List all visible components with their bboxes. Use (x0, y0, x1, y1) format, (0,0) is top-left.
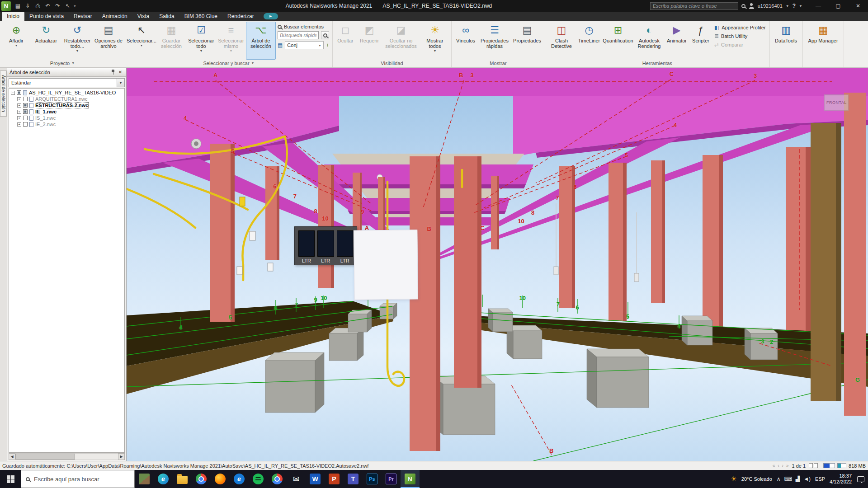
tree-item[interactable]: +IE_2.nwc (9, 121, 124, 127)
vinculos-button[interactable]: ∞ Vínculos (453, 22, 478, 60)
tab-animacion[interactable]: Animación (97, 12, 132, 21)
language-indicator[interactable]: ESP (815, 476, 825, 482)
taskbar-teams[interactable]: T (344, 470, 363, 488)
clash-detective-button[interactable]: ◫ Clash Detective (547, 22, 576, 60)
notification-center-icon[interactable] (857, 476, 864, 482)
add-set-icon[interactable]: + (326, 42, 329, 48)
electrical-panel[interactable]: LTRLTRLTR (294, 226, 357, 265)
taskbar-powerpoint[interactable]: P (325, 470, 344, 488)
previous-sheet-icon[interactable]: ‹ (777, 463, 780, 468)
taskbar-mail[interactable]: ✉ (287, 470, 306, 488)
username[interactable]: u19216401 (758, 3, 783, 9)
viewport-3d[interactable]: AB3C345678109ABC1087654B456791010765432G… (127, 68, 868, 461)
first-sheet-icon[interactable]: « (772, 463, 776, 468)
combo-chevron-icon[interactable]: ▼ (117, 79, 124, 87)
tab-bim-360-glue[interactable]: BIM 360 Glue (179, 12, 222, 21)
taskbar-search[interactable]: Escribe aquí para buscar (21, 470, 135, 488)
help-menu-chevron-icon[interactable]: ▼ (799, 4, 802, 8)
taskbar-premiere[interactable]: Pr (382, 470, 401, 488)
scroll-left-icon[interactable]: ◀ (9, 453, 15, 460)
scrollbar-thumb[interactable] (15, 454, 75, 460)
tab-salida[interactable]: Salida (154, 12, 179, 21)
expand-icon[interactable]: + (17, 103, 21, 108)
taskbar-word[interactable]: W (306, 470, 325, 488)
expand-icon[interactable]: + (17, 97, 21, 101)
taskbar-chrome[interactable] (192, 470, 211, 488)
anadir-button[interactable]: ⊕ Añadir ▼ (1, 22, 31, 60)
timeliner-button[interactable]: ◷ TimeLiner (576, 22, 602, 60)
scroll-right-icon[interactable]: ▶ (118, 453, 125, 460)
scripter-button[interactable]: ƒ Scripter (689, 22, 712, 60)
last-sheet-icon[interactable]: » (785, 463, 790, 468)
datatools-button[interactable]: ▥ DataTools (771, 22, 801, 60)
seleccionar-mismo-button[interactable]: ≡ Seleccionar mismo ▼ (216, 22, 246, 60)
close-panel-button[interactable]: ✕ (117, 70, 124, 75)
scrollbar-track[interactable] (15, 453, 118, 460)
expand-icon[interactable]: + (17, 122, 21, 127)
taskbar-file-explorer[interactable] (173, 470, 192, 488)
quick-search-button[interactable] (321, 31, 329, 39)
comparar-button[interactable]: ⇄ Comparar (714, 42, 766, 48)
qat-overflow-chevron-icon[interactable]: ▼ (73, 5, 76, 8)
buscar-elementos-button[interactable]: Buscar elementos (278, 24, 329, 29)
tab-revisar[interactable]: Revisar (69, 12, 97, 21)
next-sheet-icon[interactable]: › (781, 463, 784, 468)
batch-utility-button[interactable]: ≣ Batch Utility (714, 33, 766, 39)
search-icon[interactable] (741, 4, 745, 8)
taskbar-spotify[interactable] (249, 470, 268, 488)
collapse-icon[interactable]: − (11, 91, 15, 95)
root-checkbox[interactable] (17, 90, 21, 95)
taskbar-chrome-profile[interactable] (268, 470, 287, 488)
qat-redo-button[interactable]: ↷ (53, 1, 62, 10)
qat-select-button[interactable]: ↖ (63, 1, 72, 10)
connect-button[interactable]: ▶ (264, 13, 278, 19)
opciones-archivo-button[interactable]: ▤ Opciones de archivo (94, 22, 123, 60)
close-button[interactable]: ✕ (848, 0, 868, 12)
tray-keyboard-icon[interactable]: ⌨ (784, 476, 792, 482)
quick-search-input[interactable] (278, 31, 319, 39)
navisworks-logo-icon[interactable]: N (1, 1, 11, 11)
requerir-button[interactable]: ◩ Requerir (357, 22, 382, 60)
seleccionar-todo-button[interactable]: ☑ Seleccionar todo ▼ (186, 22, 216, 60)
maximize-button[interactable]: ▢ (828, 0, 848, 12)
item-checkbox[interactable] (23, 109, 28, 114)
qat-undo-button[interactable]: ↶ (43, 1, 52, 10)
expand-icon[interactable]: + (17, 110, 21, 114)
white-panel-object[interactable] (354, 230, 419, 300)
taskbar-edge[interactable]: e (154, 470, 173, 488)
qat-open-button[interactable]: ▤ (13, 1, 23, 10)
start-button[interactable] (0, 470, 21, 488)
item-checkbox[interactable] (23, 122, 28, 127)
tray-chevron-up-icon[interactable]: ∧ (777, 476, 781, 482)
appearance-profiler-button[interactable]: ◧ Appearance Profiler (714, 24, 766, 31)
arbol-seleccion-button[interactable]: ⌥ Árbol de selección (246, 22, 276, 60)
conj-dropdown[interactable]: Conj ▼ (285, 41, 324, 49)
proyecto-group-label[interactable]: Proyecto ▼ (0, 60, 125, 67)
autodesk-rendering-button[interactable]: ◐ Autodesk Rendering (634, 22, 664, 60)
tree-root-item[interactable]: − AS_HC_IL_RY_RE_SE_TAS16-VIDEO (9, 89, 124, 96)
taskbar-firefox[interactable] (211, 470, 230, 488)
actualizar-button[interactable]: ↻ Actualizar (31, 22, 61, 60)
tray-volume-icon[interactable]: ◄) (803, 476, 811, 482)
taskbar-photos[interactable] (135, 470, 154, 488)
qat-save-button[interactable]: ⇩ (23, 1, 33, 10)
viewport-3d-scene[interactable] (127, 68, 868, 461)
pin-panel-button[interactable] (109, 70, 117, 75)
app-manager-button[interactable]: ▦ App Manager (804, 22, 842, 60)
seleccionar-group-label[interactable]: Seleccionar y buscar ▼ (125, 60, 332, 67)
tree-horizontal-scrollbar[interactable]: ◀ ▶ (9, 453, 125, 460)
ocultar-button[interactable]: ◻ Ocultar (334, 22, 357, 60)
propiedades-button[interactable]: ▤ Propiedades (511, 22, 543, 60)
ocultar-no-seleccionados-button[interactable]: ◪ Ocultar no seleccionados (382, 22, 420, 60)
tab-renderizar[interactable]: Renderizar (222, 12, 259, 21)
minimize-button[interactable]: — (808, 0, 828, 12)
tray-network-icon[interactable]: ▟ (796, 476, 800, 482)
animator-button[interactable]: ▶ Animator (664, 22, 689, 60)
guardar-seleccion-button[interactable]: ▦ Guardar selección (156, 22, 186, 60)
user-menu-chevron-icon[interactable]: ▼ (786, 4, 789, 8)
sheet-icon[interactable] (809, 463, 813, 468)
item-checkbox[interactable] (23, 97, 28, 101)
seleccionar-button[interactable]: ↖ Seleccionar... ▼ (127, 22, 156, 60)
help-icon[interactable]: ? (793, 3, 796, 9)
mostrar-todos-button[interactable]: ☀ Mostrar todos ▼ (420, 22, 450, 60)
